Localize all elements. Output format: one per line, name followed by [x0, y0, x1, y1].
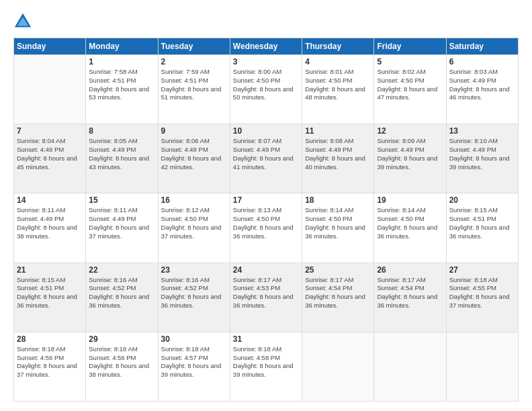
calendar-cell: 13Sunrise: 8:10 AM Sunset: 4:49 PM Dayli…: [446, 124, 518, 193]
day-number: 24: [233, 265, 299, 275]
day-number: 21: [17, 265, 83, 275]
calendar-week-row: 21Sunrise: 8:15 AM Sunset: 4:51 PM Dayli…: [14, 263, 519, 332]
day-info: Sunrise: 8:18 AM Sunset: 4:56 PM Dayligh…: [17, 345, 83, 379]
calendar-cell: 9Sunrise: 8:06 AM Sunset: 4:49 PM Daylig…: [158, 124, 230, 193]
day-info: Sunrise: 8:01 AM Sunset: 4:50 PM Dayligh…: [305, 68, 371, 102]
calendar-cell: 11Sunrise: 8:08 AM Sunset: 4:49 PM Dayli…: [302, 124, 374, 193]
day-header-monday: Monday: [86, 38, 158, 55]
calendar-cell: 12Sunrise: 8:09 AM Sunset: 4:49 PM Dayli…: [374, 124, 446, 193]
day-info: Sunrise: 8:12 AM Sunset: 4:50 PM Dayligh…: [161, 206, 227, 240]
day-info: Sunrise: 8:10 AM Sunset: 4:49 PM Dayligh…: [449, 137, 515, 171]
day-number: 2: [161, 57, 227, 66]
day-number: 7: [17, 126, 83, 136]
day-info: Sunrise: 8:14 AM Sunset: 4:50 PM Dayligh…: [377, 206, 443, 240]
calendar-cell: 29Sunrise: 8:18 AM Sunset: 4:56 PM Dayli…: [86, 332, 158, 401]
day-header-saturday: Saturday: [446, 38, 518, 55]
day-header-sunday: Sunday: [14, 38, 86, 55]
day-info: Sunrise: 8:17 AM Sunset: 4:54 PM Dayligh…: [377, 276, 443, 310]
calendar-week-row: 28Sunrise: 8:18 AM Sunset: 4:56 PM Dayli…: [14, 332, 519, 401]
calendar-cell: 3Sunrise: 8:00 AM Sunset: 4:50 PM Daylig…: [230, 55, 302, 124]
day-info: Sunrise: 8:17 AM Sunset: 4:54 PM Dayligh…: [305, 276, 371, 310]
day-number: 13: [449, 126, 515, 136]
calendar-cell: 20Sunrise: 8:15 AM Sunset: 4:51 PM Dayli…: [446, 193, 518, 263]
day-info: Sunrise: 8:07 AM Sunset: 4:49 PM Dayligh…: [233, 137, 299, 171]
calendar-cell: 18Sunrise: 8:14 AM Sunset: 4:50 PM Dayli…: [302, 193, 374, 263]
day-header-friday: Friday: [374, 38, 446, 55]
day-number: 30: [161, 334, 227, 344]
calendar-cell: 2Sunrise: 7:59 AM Sunset: 4:51 PM Daylig…: [158, 55, 230, 124]
calendar-cell: 30Sunrise: 8:18 AM Sunset: 4:57 PM Dayli…: [158, 332, 230, 401]
day-number: 19: [377, 195, 443, 205]
day-number: 3: [233, 57, 299, 66]
day-header-tuesday: Tuesday: [158, 38, 230, 55]
day-number: 20: [449, 195, 515, 205]
day-info: Sunrise: 8:18 AM Sunset: 4:57 PM Dayligh…: [161, 345, 227, 379]
day-number: 26: [377, 265, 443, 275]
day-number: 11: [305, 126, 371, 136]
day-number: 8: [89, 126, 154, 136]
day-number: 9: [161, 126, 227, 136]
header: [13, 12, 519, 31]
calendar-cell: [302, 332, 374, 401]
calendar-week-row: 7Sunrise: 8:04 AM Sunset: 4:49 PM Daylig…: [14, 124, 519, 193]
day-number: 29: [89, 334, 154, 344]
calendar-cell: 1Sunrise: 7:58 AM Sunset: 4:51 PM Daylig…: [86, 55, 158, 124]
day-info: Sunrise: 8:06 AM Sunset: 4:49 PM Dayligh…: [161, 137, 227, 171]
calendar-cell: 16Sunrise: 8:12 AM Sunset: 4:50 PM Dayli…: [158, 193, 230, 263]
page: SundayMondayTuesdayWednesdayThursdayFrid…: [0, 0, 532, 411]
day-number: 23: [161, 265, 227, 275]
day-info: Sunrise: 8:17 AM Sunset: 4:53 PM Dayligh…: [233, 276, 299, 310]
calendar-cell: 7Sunrise: 8:04 AM Sunset: 4:49 PM Daylig…: [14, 124, 86, 193]
day-number: 12: [377, 126, 443, 136]
calendar: SundayMondayTuesdayWednesdayThursdayFrid…: [13, 38, 519, 402]
calendar-cell: 31Sunrise: 8:18 AM Sunset: 4:58 PM Dayli…: [230, 332, 302, 401]
calendar-cell: 26Sunrise: 8:17 AM Sunset: 4:54 PM Dayli…: [374, 263, 446, 332]
calendar-cell: 6Sunrise: 8:03 AM Sunset: 4:49 PM Daylig…: [446, 55, 518, 124]
calendar-cell: 25Sunrise: 8:17 AM Sunset: 4:54 PM Dayli…: [302, 263, 374, 332]
day-number: 5: [377, 57, 443, 66]
day-number: 18: [305, 195, 371, 205]
day-info: Sunrise: 8:14 AM Sunset: 4:50 PM Dayligh…: [305, 206, 371, 240]
day-number: 27: [449, 265, 515, 275]
calendar-cell: 23Sunrise: 8:16 AM Sunset: 4:52 PM Dayli…: [158, 263, 230, 332]
day-number: 16: [161, 195, 227, 205]
day-info: Sunrise: 7:59 AM Sunset: 4:51 PM Dayligh…: [161, 68, 227, 102]
day-number: 1: [89, 57, 154, 66]
day-number: 25: [305, 265, 371, 275]
day-info: Sunrise: 8:15 AM Sunset: 4:51 PM Dayligh…: [449, 206, 515, 240]
day-info: Sunrise: 8:15 AM Sunset: 4:51 PM Dayligh…: [17, 276, 83, 310]
day-info: Sunrise: 8:18 AM Sunset: 4:58 PM Dayligh…: [233, 345, 299, 379]
calendar-cell: 14Sunrise: 8:11 AM Sunset: 4:49 PM Dayli…: [14, 193, 86, 263]
day-number: 15: [89, 195, 154, 205]
day-number: 31: [233, 334, 299, 344]
day-info: Sunrise: 8:02 AM Sunset: 4:50 PM Dayligh…: [377, 68, 443, 102]
day-number: 10: [233, 126, 299, 136]
calendar-cell: 27Sunrise: 8:18 AM Sunset: 4:55 PM Dayli…: [446, 263, 518, 332]
calendar-cell: [374, 332, 446, 401]
logo-icon: [13, 12, 32, 31]
calendar-cell: 21Sunrise: 8:15 AM Sunset: 4:51 PM Dayli…: [14, 263, 86, 332]
day-number: 28: [17, 334, 83, 344]
day-info: Sunrise: 8:09 AM Sunset: 4:49 PM Dayligh…: [377, 137, 443, 171]
calendar-cell: 8Sunrise: 8:05 AM Sunset: 4:49 PM Daylig…: [86, 124, 158, 193]
calendar-cell: [14, 55, 86, 124]
day-info: Sunrise: 8:11 AM Sunset: 4:49 PM Dayligh…: [17, 206, 83, 240]
day-info: Sunrise: 7:58 AM Sunset: 4:51 PM Dayligh…: [89, 68, 154, 102]
day-info: Sunrise: 8:05 AM Sunset: 4:49 PM Dayligh…: [89, 137, 154, 171]
calendar-cell: 24Sunrise: 8:17 AM Sunset: 4:53 PM Dayli…: [230, 263, 302, 332]
day-info: Sunrise: 8:00 AM Sunset: 4:50 PM Dayligh…: [233, 68, 299, 102]
day-info: Sunrise: 8:08 AM Sunset: 4:49 PM Dayligh…: [305, 137, 371, 171]
calendar-cell: 19Sunrise: 8:14 AM Sunset: 4:50 PM Dayli…: [374, 193, 446, 263]
calendar-week-row: 14Sunrise: 8:11 AM Sunset: 4:49 PM Dayli…: [14, 193, 519, 263]
calendar-cell: 17Sunrise: 8:13 AM Sunset: 4:50 PM Dayli…: [230, 193, 302, 263]
calendar-cell: 5Sunrise: 8:02 AM Sunset: 4:50 PM Daylig…: [374, 55, 446, 124]
day-number: 14: [17, 195, 83, 205]
day-number: 17: [233, 195, 299, 205]
day-number: 22: [89, 265, 154, 275]
day-info: Sunrise: 8:03 AM Sunset: 4:49 PM Dayligh…: [449, 68, 515, 102]
day-info: Sunrise: 8:16 AM Sunset: 4:52 PM Dayligh…: [161, 276, 227, 310]
day-info: Sunrise: 8:18 AM Sunset: 4:56 PM Dayligh…: [89, 345, 154, 379]
calendar-cell: 28Sunrise: 8:18 AM Sunset: 4:56 PM Dayli…: [14, 332, 86, 401]
calendar-header-row: SundayMondayTuesdayWednesdayThursdayFrid…: [14, 38, 519, 55]
calendar-cell: 10Sunrise: 8:07 AM Sunset: 4:49 PM Dayli…: [230, 124, 302, 193]
